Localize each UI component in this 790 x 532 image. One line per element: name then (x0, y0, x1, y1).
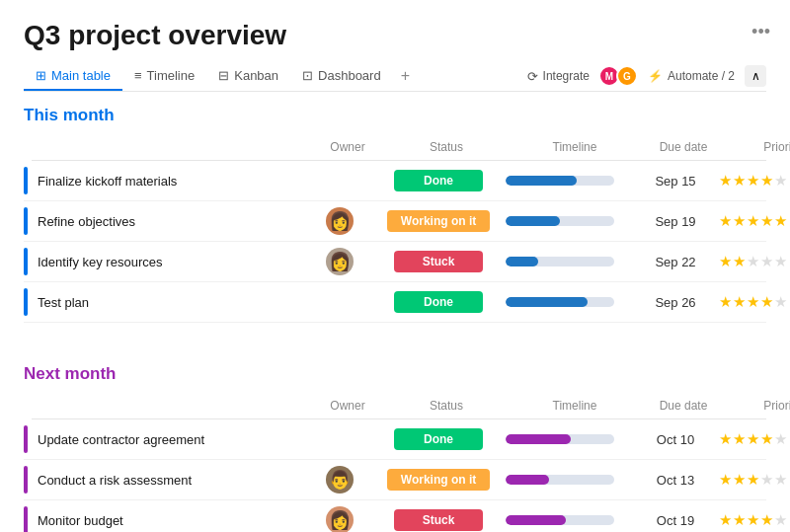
col-header-priority: Priority (723, 399, 790, 413)
star-4[interactable]: ★ (760, 293, 773, 311)
status-cell[interactable]: Done (379, 291, 498, 313)
star-4[interactable]: ★ (760, 253, 773, 270)
tab-main-table[interactable]: ⊞ Main table (24, 62, 122, 91)
star-2[interactable]: ★ (733, 253, 746, 270)
status-cell[interactable]: Stuck (379, 509, 498, 531)
star-5[interactable]: ★ (774, 172, 787, 190)
star-1[interactable]: ★ (719, 471, 732, 489)
star-3[interactable]: ★ (747, 430, 759, 448)
due-date-cell: Sep 26 (636, 295, 715, 310)
star-5[interactable]: ★ (774, 293, 787, 311)
automate-button[interactable]: ⚡ Automate / 2 (648, 69, 735, 83)
avatar: 👨 (326, 466, 354, 494)
star-4[interactable]: ★ (760, 212, 773, 230)
integrate-button[interactable]: ⟳ Integrate M G (527, 65, 638, 87)
star-1[interactable]: ★ (719, 511, 732, 529)
avatar-2: G (616, 65, 638, 87)
star-1[interactable]: ★ (719, 430, 732, 448)
star-3[interactable]: ★ (747, 212, 759, 230)
automate-label: Automate / 2 (668, 69, 735, 83)
section-title-this-month: This month (24, 106, 766, 125)
star-4[interactable]: ★ (760, 172, 773, 190)
owner-cell: 👩 (300, 248, 379, 275)
star-5[interactable]: ★ (774, 511, 787, 529)
tab-dashboard[interactable]: ⊡ Dashboard (290, 62, 393, 91)
priority-cell[interactable]: ★★★★★ (715, 293, 790, 311)
star-4[interactable]: ★ (760, 511, 773, 529)
star-2[interactable]: ★ (733, 430, 746, 448)
collapse-button[interactable]: ∧ (745, 65, 766, 87)
star-1[interactable]: ★ (719, 172, 732, 190)
status-cell[interactable]: Done (379, 428, 498, 450)
col-header-due-date: Due date (644, 140, 723, 154)
tab-main-table-label: Main table (51, 68, 111, 83)
status-cell[interactable]: Working on it (379, 469, 498, 491)
due-date-cell: Sep 19 (636, 214, 715, 229)
timeline-fill (506, 176, 577, 186)
star-2[interactable]: ★ (733, 511, 746, 529)
priority-cell[interactable]: ★★★★★ (715, 511, 790, 529)
row-name-text[interactable]: Identify key resources (38, 255, 162, 269)
star-2[interactable]: ★ (733, 293, 746, 311)
status-cell[interactable]: Done (379, 170, 498, 191)
star-3[interactable]: ★ (747, 172, 759, 190)
timeline-cell (498, 475, 636, 485)
owner-cell: 👩 (300, 207, 379, 235)
table-header-this-month: Owner Status Timeline Due date Priority … (32, 133, 766, 161)
status-cell[interactable]: Working on it (379, 210, 498, 232)
row-indicator (24, 506, 28, 532)
tab-kanban[interactable]: ⊟ Kanban (206, 62, 290, 91)
row-indicator (24, 167, 28, 194)
star-5[interactable]: ★ (774, 471, 787, 489)
integrate-label: Integrate (543, 69, 590, 83)
priority-cell[interactable]: ★★★★★ (715, 253, 790, 270)
timeline-cell (498, 434, 636, 444)
due-date-cell: Oct 13 (636, 473, 715, 488)
col-header-status: Status (387, 140, 506, 154)
col-header-timeline: Timeline (506, 399, 644, 413)
row-name-text[interactable]: Refine objectives (38, 214, 135, 229)
col-header-due-date: Due date (644, 399, 723, 413)
priority-cell[interactable]: ★★★★★ (715, 430, 790, 448)
avatar: 👩 (326, 207, 354, 235)
status-cell[interactable]: Stuck (379, 251, 498, 272)
star-4[interactable]: ★ (760, 430, 773, 448)
row-name-text[interactable]: Monitor budget (38, 513, 123, 528)
star-3[interactable]: ★ (747, 293, 759, 311)
timeline-cell (498, 515, 636, 525)
priority-cell[interactable]: ★★★★★ (715, 212, 790, 230)
tab-timeline[interactable]: ≡ Timeline (122, 62, 206, 91)
col-header-owner: Owner (308, 399, 387, 413)
row-indicator (24, 207, 28, 235)
star-2[interactable]: ★ (733, 172, 746, 190)
due-date-cell: Oct 19 (636, 513, 715, 528)
table-row: Refine objectives👩Working on itSep 19★★★… (24, 201, 766, 242)
row-indicator (24, 425, 28, 453)
priority-cell[interactable]: ★★★★★ (715, 471, 790, 489)
star-2[interactable]: ★ (733, 471, 746, 489)
star-3[interactable]: ★ (747, 471, 759, 489)
tab-add-button[interactable]: + (393, 61, 418, 91)
row-name-text[interactable]: Update contractor agreement (38, 432, 204, 447)
star-1[interactable]: ★ (719, 212, 732, 230)
star-5[interactable]: ★ (774, 253, 787, 270)
star-1[interactable]: ★ (719, 293, 732, 311)
row-indicator (24, 288, 28, 316)
star-4[interactable]: ★ (760, 471, 773, 489)
star-1[interactable]: ★ (719, 253, 732, 270)
star-2[interactable]: ★ (733, 212, 746, 230)
col-header-owner: Owner (308, 140, 387, 154)
priority-cell[interactable]: ★★★★★ (715, 172, 790, 190)
star-3[interactable]: ★ (747, 253, 759, 270)
star-5[interactable]: ★ (774, 212, 787, 230)
row-name-text[interactable]: Finalize kickoff materials (38, 174, 177, 189)
row-name-cell: Conduct a risk assessment (24, 460, 300, 499)
row-name-text[interactable]: Test plan (38, 295, 89, 310)
more-options-icon[interactable]: ••• (751, 22, 770, 42)
tab-kanban-label: Kanban (234, 68, 278, 83)
row-name-cell: Update contractor agreement (24, 419, 300, 459)
star-5[interactable]: ★ (774, 430, 787, 448)
star-3[interactable]: ★ (747, 511, 759, 529)
col-header-priority: Priority (723, 140, 790, 154)
row-name-text[interactable]: Conduct a risk assessment (38, 473, 192, 488)
